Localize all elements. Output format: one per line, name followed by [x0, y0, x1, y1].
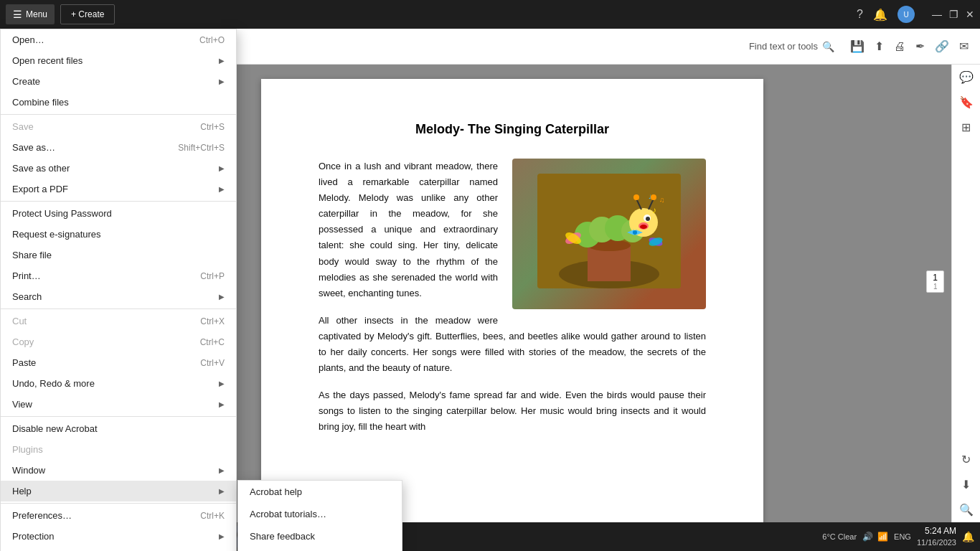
menu-label-copy: Copy	[12, 336, 34, 347]
menu-item-combine[interactable]: Combine files	[1, 92, 236, 113]
menu-item-share[interactable]: Share file	[1, 245, 236, 265]
menu-item-export[interactable]: Export a PDF ▶	[1, 179, 236, 199]
divider-3	[1, 309, 236, 309]
menu-label-preferences: Preferences…	[12, 510, 72, 521]
arrow-help: ▶	[219, 487, 225, 495]
menu-label-open-recent: Open recent files	[12, 55, 83, 66]
submenu-item-acrobat-help[interactable]: Acrobat help	[238, 481, 402, 503]
menu-label-save: Save	[12, 121, 34, 132]
menu-item-search[interactable]: Search ▶	[1, 286, 236, 307]
main-menu: Open… Ctrl+O Open recent files ▶ Create …	[0, 29, 237, 551]
menu-label-help: Help	[12, 486, 32, 496]
menu-item-open-recent[interactable]: Open recent files ▶	[1, 50, 236, 71]
arrow-create: ▶	[219, 77, 225, 85]
divider-2	[1, 201, 236, 202]
shortcut-preferences: Ctrl+K	[200, 511, 225, 521]
menu-item-window[interactable]: Window ▶	[1, 460, 236, 481]
menu-item-plugins: Plugins	[1, 439, 236, 460]
arrow-undo: ▶	[219, 380, 225, 387]
shortcut-save: Ctrl+S	[200, 122, 225, 132]
menu-label-protection: Protection	[12, 531, 55, 542]
submenu-label-acrobat-help: Acrobat help	[250, 486, 302, 497]
menu-label-save-as-other: Save as other	[12, 163, 70, 174]
arrow-export: ▶	[219, 185, 225, 193]
menu-label-request-sig: Request e-signatures	[12, 229, 101, 240]
menu-overlay: Open… Ctrl+O Open recent files ▶ Create …	[0, 0, 980, 551]
arrow-search: ▶	[219, 293, 225, 301]
menu-item-help[interactable]: Help ▶ Acrobat help Acrobat tutorials… S…	[1, 481, 236, 501]
shortcut-open: Ctrl+O	[199, 35, 225, 45]
arrow-protection: ▶	[219, 532, 225, 540]
help-submenu: Acrobat help Acrobat tutorials… Share fe…	[237, 480, 402, 551]
menu-label-open: Open…	[12, 34, 44, 45]
menu-item-create[interactable]: Create ▶	[1, 71, 236, 92]
menu-label-protect: Protect Using Password	[12, 208, 112, 219]
menu-label-paste: Paste	[12, 357, 36, 368]
menu-label-disable-acrobat: Disable new Acrobat	[12, 423, 98, 434]
submenu-item-share-feedback[interactable]: Share feedback	[238, 525, 402, 547]
menu-item-save-as[interactable]: Save as… Shift+Ctrl+S	[1, 137, 236, 158]
menu-item-undo[interactable]: Undo, Redo & more ▶	[1, 373, 236, 394]
menu-item-paste[interactable]: Paste Ctrl+V	[1, 352, 236, 373]
shortcut-paste: Ctrl+V	[200, 358, 225, 368]
menu-item-save-as-other[interactable]: Save as other ▶	[1, 158, 236, 179]
submenu-label-tutorials: Acrobat tutorials…	[250, 509, 326, 519]
menu-item-save: Save Ctrl+S	[1, 116, 236, 137]
arrow-window: ▶	[219, 466, 225, 474]
menu-item-open[interactable]: Open… Ctrl+O	[1, 29, 236, 50]
divider-1	[1, 114, 236, 115]
submenu-item-tutorials[interactable]: Acrobat tutorials…	[238, 503, 402, 525]
menu-label-plugins: Plugins	[12, 444, 43, 455]
menu-label-combine: Combine files	[12, 97, 69, 108]
divider-5	[1, 503, 236, 504]
shortcut-save-as: Shift+Ctrl+S	[178, 143, 225, 153]
shortcut-cut: Ctrl+X	[200, 316, 225, 326]
menu-label-share: Share file	[12, 250, 52, 260]
menu-label-view: View	[12, 399, 32, 410]
menu-label-window: Window	[12, 465, 45, 476]
menu-item-preferences[interactable]: Preferences… Ctrl+K	[1, 505, 236, 526]
menu-label-print: Print…	[12, 270, 41, 281]
menu-label-cut: Cut	[12, 316, 27, 326]
menu-item-protect[interactable]: Protect Using Password	[1, 203, 236, 224]
menu-item-doc-properties[interactable]: Document properties… Ctrl+D	[1, 547, 236, 551]
menu-item-print[interactable]: Print… Ctrl+P	[1, 265, 236, 286]
menu-item-disable-acrobat[interactable]: Disable new Acrobat	[1, 418, 236, 439]
menu-label-export: Export a PDF	[12, 184, 68, 194]
arrow-view: ▶	[219, 400, 225, 408]
submenu-item-about-pro[interactable]: About Adobe Acrobat Pro…	[238, 547, 402, 551]
submenu-label-share-feedback: Share feedback	[250, 531, 315, 542]
divider-4	[1, 416, 236, 417]
menu-item-copy: Copy Ctrl+C	[1, 331, 236, 352]
menu-label-undo: Undo, Redo & more	[12, 378, 95, 389]
menu-item-cut: Cut Ctrl+X	[1, 311, 236, 331]
menu-label-save-as: Save as…	[12, 142, 55, 153]
menu-label-create: Create	[12, 76, 40, 87]
menu-item-request-sig[interactable]: Request e-signatures	[1, 224, 236, 245]
menu-item-protection[interactable]: Protection ▶	[1, 526, 236, 547]
arrow-save-as-other: ▶	[219, 164, 225, 172]
arrow-open-recent: ▶	[219, 57, 225, 65]
menu-item-view[interactable]: View ▶	[1, 394, 236, 415]
shortcut-copy: Ctrl+C	[200, 337, 225, 347]
menu-label-search: Search	[12, 291, 42, 302]
shortcut-print: Ctrl+P	[200, 271, 225, 281]
